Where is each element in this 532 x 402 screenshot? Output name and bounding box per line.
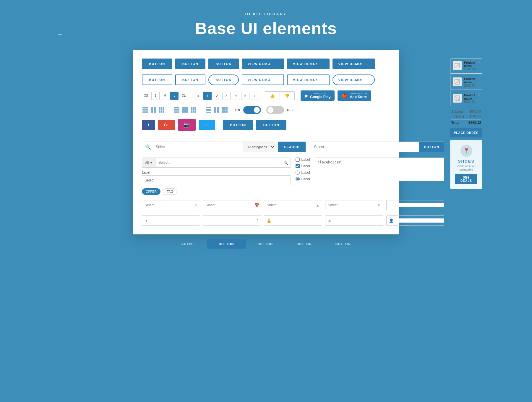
tab-active[interactable]: Active [170, 239, 207, 249]
size-m[interactable]: M [161, 92, 169, 100]
grid-icon-grid-6[interactable] [222, 107, 228, 113]
instagram-btn[interactable]: 📷 [178, 119, 196, 131]
size-l[interactable]: L [170, 92, 179, 100]
svg-rect-7 [159, 107, 160, 109]
svg-rect-4 [154, 107, 156, 110]
checkmark-icon: ✓ [192, 203, 200, 208]
svg-rect-30 [193, 111, 194, 113]
button-outline-1[interactable]: BUTTON [142, 74, 172, 85]
cart-item-3-info: Product name $532.73 [464, 94, 480, 103]
tag-label[interactable]: TAG [163, 188, 177, 195]
tab-button-1[interactable]: BUTTON [207, 239, 246, 249]
grid-icon-grid-4[interactable] [190, 107, 197, 113]
app-store-btn[interactable]: 🍎 Download on the App Store [338, 90, 371, 101]
button-solid-3[interactable]: BUTTON [208, 59, 239, 69]
size-xl[interactable]: XL [180, 92, 188, 100]
svg-rect-23 [191, 107, 192, 109]
facebook-btn[interactable]: f [142, 120, 155, 130]
svg-rect-33 [206, 109, 211, 110]
search-button[interactable]: SEARCH [278, 142, 305, 152]
filter-search-icon: 🔍 [281, 158, 291, 167]
offer-tag[interactable]: OFFER [142, 188, 160, 195]
labeled-select-input[interactable] [142, 178, 291, 182]
page-prev[interactable]: « [194, 92, 202, 100]
grid-icon-grid-5[interactable] [213, 107, 220, 113]
grid-icon-list-3[interactable] [205, 107, 212, 113]
cart-item-2-close[interactable]: × [478, 76, 480, 81]
promo-title: SHOES [455, 159, 477, 163]
grid-icon-group-3 [205, 107, 228, 113]
page-3[interactable]: 3 [222, 92, 231, 100]
chevron-down-icon: ▼ [142, 218, 151, 223]
svg-rect-35 [206, 112, 211, 113]
checkbox-2[interactable]: Label [296, 164, 310, 168]
like-btn[interactable]: 👍 [265, 92, 280, 100]
view-demo-outline-2[interactable]: VIEW DEMO! → [287, 74, 329, 85]
subtotal-label: Subtotal [451, 110, 463, 113]
select-action-btn[interactable]: BUTTON [419, 142, 444, 152]
see-deals-btn[interactable]: SEE DEALS [455, 174, 477, 184]
google-plus-btn[interactable]: G+ [158, 120, 175, 130]
svg-rect-3 [151, 107, 153, 110]
checkbox-1[interactable]: Label [296, 158, 310, 162]
page-5[interactable]: 5 [241, 92, 249, 100]
ui-textarea[interactable] [315, 158, 444, 181]
button-solid-2[interactable]: BUTTON [175, 59, 206, 69]
grid-icon-list-1[interactable] [142, 107, 148, 113]
tab-button-3[interactable]: BUTTON [285, 239, 324, 249]
social-row-btn-2[interactable]: BUTTON [256, 120, 287, 130]
radio-1[interactable]: Label [296, 171, 310, 175]
email-icon: ✉ [325, 218, 333, 223]
button-outline-round-1[interactable]: BUTTON [208, 74, 239, 85]
page-2[interactable]: 2 [213, 92, 221, 100]
form-select-dropdown: ▼ [325, 200, 383, 210]
form-input-plain [386, 200, 445, 210]
size-xs[interactable]: XS [142, 92, 150, 100]
grid-icon-grid-3[interactable] [182, 107, 188, 113]
grid-icon-group-1 [142, 107, 165, 113]
radio-2[interactable]: Label [296, 177, 310, 181]
cart-item-3-name: Product name [464, 94, 480, 100]
social-row-btn-1[interactable]: BUTTON [223, 120, 253, 130]
google-play-main: Google Play [310, 95, 330, 99]
cart-item-1: Product name $532.73 × [450, 59, 482, 74]
filter-input[interactable] [156, 158, 281, 167]
category-dropdown[interactable]: All categories [243, 142, 275, 152]
toggle-off[interactable] [266, 106, 284, 114]
tab-button-2[interactable]: BUTTON [246, 239, 285, 249]
view-demo-btn-3[interactable]: VIEW DEMO! → [332, 59, 375, 69]
search-row: 🔍 All categories SEARCH BUTTON [142, 142, 444, 152]
google-play-btn[interactable]: ▶ GET IT ON Google Play [301, 90, 335, 101]
size-s[interactable]: S [151, 92, 160, 100]
grid-icon-grid-2[interactable] [158, 107, 165, 113]
button-outline-2[interactable]: BUTTON [175, 74, 206, 85]
grid-icon-list-2[interactable] [173, 107, 180, 113]
cart-item-1-price: $532.73 [464, 68, 480, 71]
form-dropdown-input: ▼ [142, 215, 200, 226]
cart-item-3-price: $532.73 [464, 100, 480, 103]
cart-item-3-close[interactable]: × [478, 93, 480, 97]
view-demo-btn-1[interactable]: VIEW DEMO! → [242, 59, 284, 69]
view-demo-outline-round[interactable]: VIEW DEMO! → [332, 74, 375, 85]
twitter-btn[interactable]: 🐦 [199, 120, 215, 130]
view-demo-outline-1[interactable]: VIEW DEMO! → [242, 74, 284, 85]
view-demo-btn-2[interactable]: VIEW DEMO! → [287, 59, 329, 69]
button-solid-1[interactable]: BUTTON [142, 59, 172, 69]
select-btn-input[interactable] [311, 142, 419, 152]
section-divider [142, 136, 444, 136]
filter-select-wrap: All ▼ 🔍 [142, 158, 291, 168]
page-4[interactable]: 4 [232, 92, 240, 100]
tab-button-4[interactable]: BUTTON [324, 239, 363, 249]
cart-item-1-close[interactable]: × [478, 60, 480, 64]
page-next[interactable]: » [251, 92, 259, 100]
toggle-on[interactable] [243, 106, 261, 114]
filter-all-label: All ▼ [142, 158, 156, 167]
shipping-label: Shipping [451, 114, 464, 118]
grid-icon-grid-1[interactable] [150, 107, 157, 113]
place-order-btn[interactable]: PLACE ORDER [450, 128, 482, 137]
search-input[interactable] [154, 142, 243, 152]
svg-rect-20 [185, 107, 188, 110]
dislike-btn[interactable]: 👎 [280, 92, 294, 100]
button-row-1: BUTTON BUTTON BUTTON VIEW DEMO! → VIEW D… [142, 59, 444, 69]
page-1[interactable]: 1 [203, 92, 212, 100]
